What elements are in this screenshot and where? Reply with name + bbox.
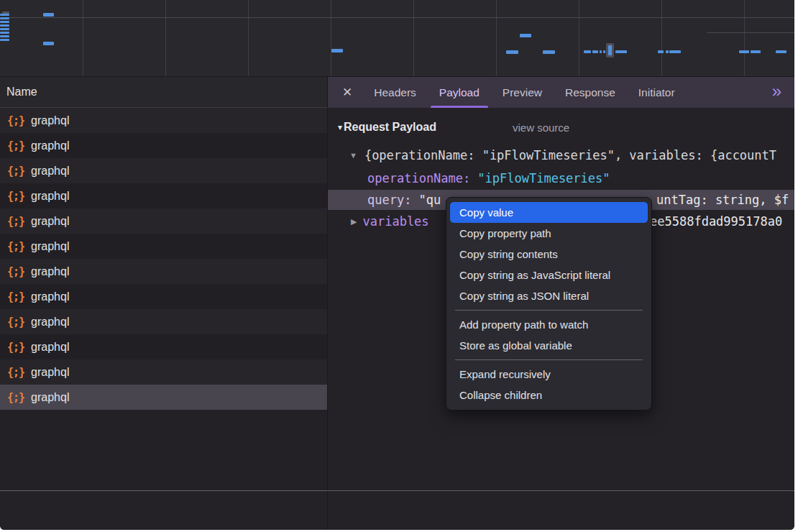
section-title: Request Payload (344, 121, 436, 134)
waterfall-bar (543, 50, 555, 54)
json-braces-icon: {;} (0, 366, 31, 379)
collapsed-triangle-icon[interactable]: ▶ (351, 217, 357, 226)
waterfall-bar (584, 50, 591, 53)
detail-tab-bar: ✕ HeadersPayloadPreviewResponseInitiator… (327, 77, 794, 108)
name-column-label: Name (0, 86, 37, 98)
request-name: graphql (31, 316, 69, 329)
waterfall-bar (666, 50, 669, 53)
request-name: graphql (31, 341, 69, 354)
request-row[interactable]: {;}graphql (0, 183, 327, 208)
waterfall-bar (776, 50, 786, 53)
waterfall-bar (331, 49, 343, 52)
menu-item-add-property-path-to-watch[interactable]: Add property path to watch (450, 314, 648, 335)
waterfall-bar (520, 34, 531, 37)
property-value-left: "qu (418, 193, 441, 207)
waterfall-bar (615, 50, 627, 53)
expanded-triangle-icon[interactable]: ▼ (349, 151, 357, 160)
request-row[interactable]: {;}graphql (0, 334, 327, 359)
overview-gridline (413, 0, 414, 77)
request-name: graphql (31, 290, 69, 303)
menu-item-copy-string-as-json-literal[interactable]: Copy string as JSON literal (450, 285, 648, 306)
request-list: {;}graphql{;}graphql{;}graphql{;}graphql… (0, 108, 327, 490)
collapse-triangle-icon[interactable]: ▾ (338, 122, 342, 132)
tab-initiator[interactable]: Initiator (630, 77, 684, 108)
menu-item-copy-string-as-javascript-literal[interactable]: Copy string as JavaScript literal (450, 265, 648, 285)
waterfall-bar (600, 50, 602, 53)
payload-row-operation-name[interactable]: operationName: "ipFlowTimeseries" (328, 168, 794, 188)
json-braces-icon: {;} (0, 139, 31, 152)
request-row[interactable]: {;}graphql (0, 208, 327, 234)
request-row[interactable]: {;}graphql (0, 259, 327, 284)
menu-item-copy-property-path[interactable]: Copy property path (450, 223, 648, 244)
request-row[interactable]: {;}graphql (0, 385, 327, 410)
request-name: graphql (31, 165, 69, 178)
json-braces-icon: {;} (0, 215, 31, 228)
menu-separator (455, 310, 643, 311)
waterfall-bar (0, 35, 9, 37)
json-braces-icon: {;} (0, 341, 31, 354)
menu-separator (455, 359, 643, 360)
context-menu: Copy valueCopy property pathCopy string … (446, 197, 652, 411)
waterfall-bar (0, 21, 9, 23)
overview-gridline (579, 0, 579, 77)
waterfall-bar (43, 13, 54, 17)
json-braces-icon: {;} (0, 265, 31, 278)
request-row[interactable]: {;}graphql (0, 359, 327, 385)
json-braces-icon: {;} (0, 114, 31, 127)
tab-headers[interactable]: Headers (365, 77, 425, 108)
payload-object-preview: {operationName: "ipFlowTimeseries", vari… (364, 148, 776, 162)
footer-panel-divider (327, 491, 328, 530)
payload-root-row[interactable]: ▼ {operationName: "ipFlowTimeseries", va… (328, 145, 794, 165)
request-row[interactable]: {;}graphql (0, 108, 327, 133)
overview-row-line (707, 32, 794, 33)
property-key: variables (362, 214, 428, 229)
json-braces-icon: {;} (0, 391, 31, 404)
json-braces-icon: {;} (0, 240, 31, 253)
overview-gridline (744, 0, 745, 77)
property-value-right: ee5588fdad995178a0 (650, 214, 782, 229)
request-row[interactable]: {;}graphql (0, 284, 327, 309)
waterfall-bar (0, 14, 9, 16)
close-icon[interactable]: ✕ (328, 85, 362, 100)
request-name: graphql (31, 265, 69, 278)
request-name: graphql (31, 114, 69, 127)
menu-item-expand-recursively[interactable]: Expand recursively (450, 364, 648, 385)
request-name: graphql (31, 190, 69, 203)
waterfall-bar (0, 28, 9, 30)
waterfall-bar (43, 42, 54, 45)
tab-payload[interactable]: Payload (431, 77, 488, 108)
request-row[interactable]: {;}graphql (0, 309, 327, 334)
request-name: graphql (31, 366, 69, 379)
menu-item-copy-string-contents[interactable]: Copy string contents (450, 244, 648, 265)
overview-gridline (83, 0, 83, 77)
waterfall-bar (603, 50, 605, 53)
json-braces-icon: {;} (0, 316, 31, 329)
overview-selection-marker-bar (608, 45, 612, 55)
waterfall-bar (0, 32, 9, 34)
view-source-link[interactable]: view source (513, 121, 569, 134)
menu-item-collapse-children[interactable]: Collapse children (450, 385, 648, 405)
waterfall-bar (658, 50, 664, 53)
request-row[interactable]: {;}graphql (0, 158, 327, 183)
menu-item-copy-value[interactable]: Copy value (450, 202, 648, 223)
overview-gridline (496, 0, 497, 77)
request-row[interactable]: {;}graphql (0, 234, 327, 259)
menu-item-store-as-global-variable[interactable]: Store as global variable (450, 335, 648, 356)
waterfall-bar (0, 24, 9, 27)
network-overview-timeline[interactable] (0, 0, 794, 77)
tab-preview[interactable]: Preview (494, 77, 551, 108)
tab-response[interactable]: Response (556, 77, 624, 108)
status-footer (0, 491, 794, 530)
request-list-name-header[interactable]: Name (0, 77, 327, 108)
request-payload-section-header[interactable]: ▾ Request Payload view source (328, 118, 794, 137)
overview-gridline (331, 0, 331, 77)
overview-gridline (661, 0, 662, 77)
property-value-right: untTag: string, $f (656, 193, 789, 207)
request-row[interactable]: {;}graphql (0, 133, 327, 158)
json-braces-icon: {;} (0, 165, 31, 178)
more-tabs-icon[interactable]: » (772, 81, 794, 104)
request-name: graphql (31, 139, 69, 152)
overview-gridline (165, 0, 166, 77)
property-value: "ipFlowTimeseries" (477, 171, 610, 185)
request-name: graphql (31, 240, 69, 253)
